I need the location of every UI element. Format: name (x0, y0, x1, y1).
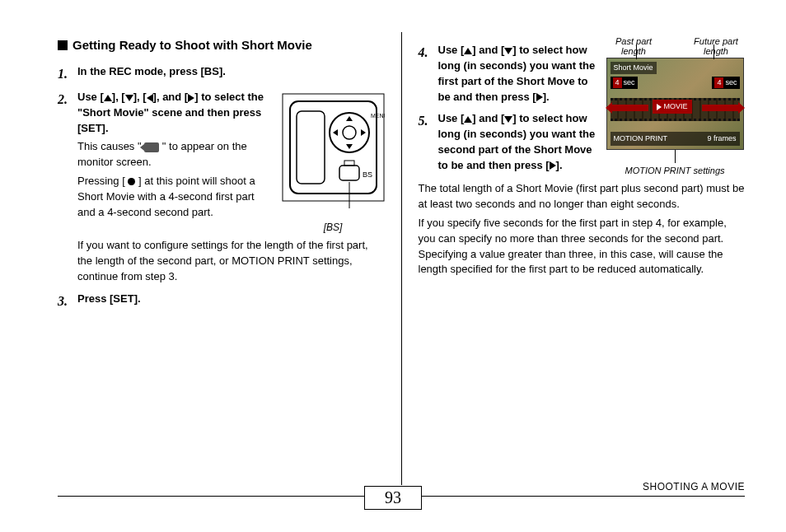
label-past-part: Past part length (605, 36, 662, 56)
step-number: 3. (58, 292, 73, 310)
arrow-right-icon (536, 93, 543, 101)
screen-preview-wrap: Past part length Future part length Shor… (605, 36, 745, 178)
pointer-line (713, 44, 714, 59)
heading-text: Getting Ready to Shoot with Short Movie (73, 36, 312, 54)
step-4-text: Use [] and [] to select how long (in sec… (438, 43, 599, 105)
square-bullet-icon (58, 40, 68, 50)
step-2-instruction: Use [], [], [], and [] to select the "Sh… (77, 90, 274, 137)
camera-diagram-wrap: MENU BS [BS] (282, 90, 385, 235)
step-2-note-2: Pressing [ ] at this point will shoot a … (77, 174, 274, 221)
svg-text:MENU: MENU (371, 113, 385, 119)
step-number: 2. (58, 90, 73, 285)
play-icon (657, 104, 662, 110)
pointer-line (636, 44, 637, 59)
screen-title: Short Movie (611, 62, 657, 74)
step-5-note-2: If you specify five seconds for the firs… (419, 216, 746, 278)
arrow-right-icon (550, 161, 556, 170)
arrow-up-icon (104, 95, 112, 101)
step-5-note-1: The total length of a Short Movie (first… (419, 181, 746, 212)
label-future-part: Future part length (687, 36, 745, 56)
diagram-caption: [BS] (282, 221, 385, 235)
step-4: 4. Use [] and [] to select how long (in … (419, 43, 599, 105)
short-movie-icon (144, 142, 159, 152)
svg-text:BS: BS (363, 170, 372, 179)
step-1: 1. In the REC mode, press [BS]. (58, 64, 385, 83)
motion-print-bar: MOTION PRINT 9 frames (611, 132, 740, 146)
svg-rect-0 (283, 94, 384, 201)
step-number: 5. (419, 111, 433, 173)
past-length-badge: 4sec (611, 77, 638, 89)
footer-section: SHOOTING A MOVIE (643, 481, 745, 492)
step-number: 4. (419, 43, 433, 105)
section-heading: Getting Ready to Shoot with Short Movie (58, 36, 385, 54)
arrow-up-icon (464, 116, 472, 123)
step-5-text: Use [] and [] to select how long (in sec… (438, 111, 599, 173)
lcd-screen-preview: Short Movie 4sec 4sec MOVIE MOTION PRINT… (606, 58, 744, 150)
step-2: 2. Use [], [], [], and [] to select the … (58, 90, 385, 285)
arrow-down-icon (504, 48, 512, 54)
step-2-note-1: This causes " " to appear on the monitor… (77, 139, 274, 170)
future-length-badge: 4sec (712, 77, 739, 89)
page-footer: SHOOTING A MOVIE 93 (41, 481, 745, 520)
arrow-down-icon (504, 116, 512, 123)
camera-bs-diagram: MENU BS (282, 93, 385, 212)
red-arrow-right-icon (702, 105, 740, 111)
step-3: 3. Press [SET]. (58, 292, 385, 310)
step-1-text: In the REC mode, press [BS]. (77, 64, 385, 83)
arrow-left-icon (147, 94, 153, 102)
step-3-text: Press [SET]. (77, 292, 385, 310)
pointer-line (675, 150, 676, 163)
movie-badge: MOVIE (653, 100, 692, 114)
step-number: 1. (58, 64, 73, 83)
arrow-right-icon (188, 94, 194, 102)
step-5: 5. Use [] and [] to select how long (in … (419, 111, 599, 173)
step-2-note-3: If you want to configure settings for th… (77, 238, 385, 285)
arrow-up-icon (464, 48, 472, 54)
red-arrow-left-icon (611, 105, 648, 111)
page-number: 93 (364, 486, 422, 510)
screen-caption: MOTION PRINT settings (605, 165, 745, 178)
arrow-down-icon (125, 95, 133, 101)
